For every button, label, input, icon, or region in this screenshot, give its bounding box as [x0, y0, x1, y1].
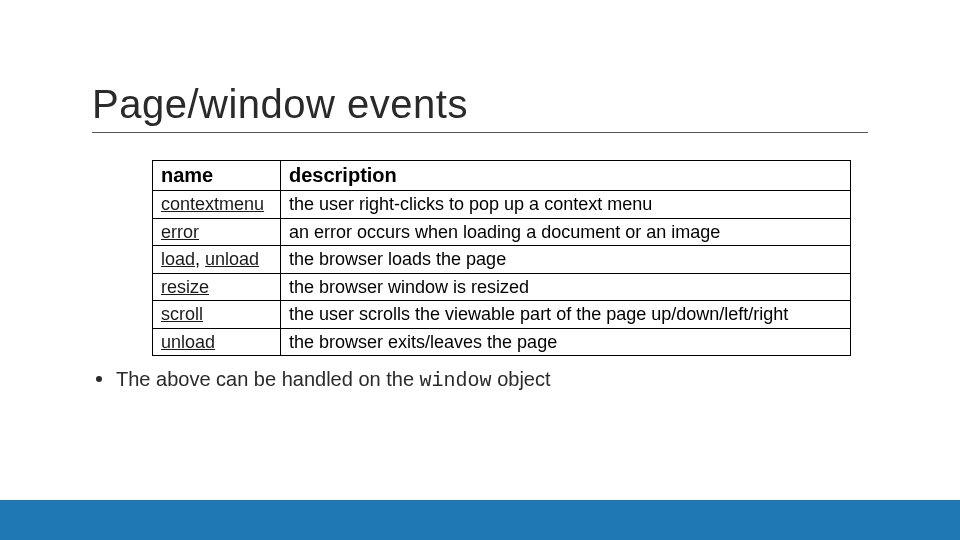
- events-table: name description contextmenu the user ri…: [152, 160, 851, 356]
- table-row: resize the browser window is resized: [153, 273, 851, 301]
- cell-name: scroll: [153, 301, 281, 329]
- event-link[interactable]: load: [161, 249, 195, 269]
- table-row: contextmenu the user right-clicks to pop…: [153, 191, 851, 219]
- event-link[interactable]: unload: [161, 332, 215, 352]
- cell-description: the browser exits/leaves the page: [281, 328, 851, 356]
- header-description: description: [281, 161, 851, 191]
- cell-name: contextmenu: [153, 191, 281, 219]
- cell-name: load, unload: [153, 246, 281, 274]
- table-row: unload the browser exits/leaves the page: [153, 328, 851, 356]
- bullet-icon: [96, 376, 102, 382]
- cell-description: the user right-clicks to pop up a contex…: [281, 191, 851, 219]
- page-title: Page/window events: [92, 82, 468, 127]
- slide: Page/window events name description cont…: [0, 0, 960, 540]
- cell-name: error: [153, 218, 281, 246]
- footer-bar: [0, 500, 960, 540]
- event-link[interactable]: unload: [205, 249, 259, 269]
- event-link[interactable]: scroll: [161, 304, 203, 324]
- header-name: name: [153, 161, 281, 191]
- separator: ,: [195, 249, 205, 269]
- table-header-row: name description: [153, 161, 851, 191]
- bullet-text-pre: The above can be handled on the: [116, 368, 420, 390]
- table-row: error an error occurs when loading a doc…: [153, 218, 851, 246]
- bullet-code: window: [420, 369, 492, 392]
- table-row: scroll the user scrolls the viewable par…: [153, 301, 851, 329]
- bullet-item: The above can be handled on the window o…: [96, 368, 551, 392]
- event-link[interactable]: resize: [161, 277, 209, 297]
- title-underline: [92, 132, 868, 133]
- event-link[interactable]: contextmenu: [161, 194, 264, 214]
- cell-name: unload: [153, 328, 281, 356]
- cell-description: the browser window is resized: [281, 273, 851, 301]
- cell-name: resize: [153, 273, 281, 301]
- table-row: load, unload the browser loads the page: [153, 246, 851, 274]
- cell-description: an error occurs when loading a document …: [281, 218, 851, 246]
- cell-description: the user scrolls the viewable part of th…: [281, 301, 851, 329]
- cell-description: the browser loads the page: [281, 246, 851, 274]
- event-link[interactable]: error: [161, 222, 199, 242]
- bullet-text-post: object: [492, 368, 551, 390]
